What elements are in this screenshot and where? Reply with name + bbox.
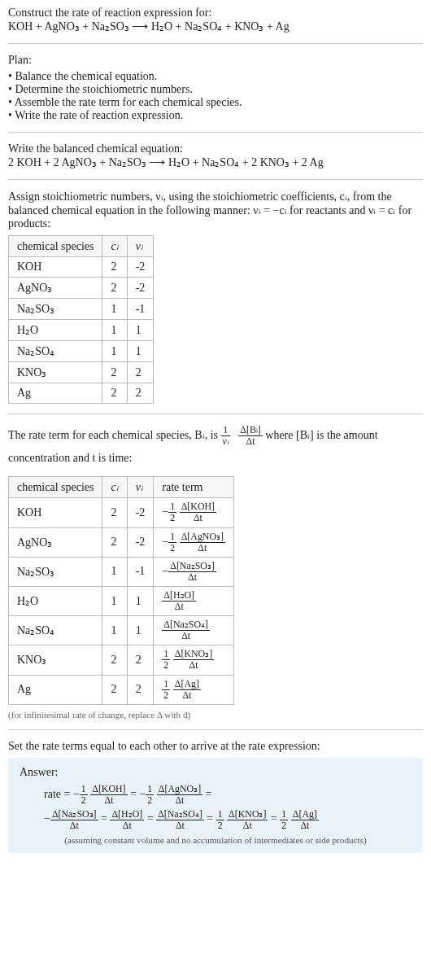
table-row: H₂O11 <box>9 320 154 341</box>
cell-species: Na₂SO₃ <box>9 299 102 320</box>
divider <box>8 132 423 133</box>
cell-ci: 1 <box>102 557 127 586</box>
cell-species: Na₂SO₄ <box>9 341 102 362</box>
cell-nui: 1 <box>127 586 154 615</box>
table-row: Ag22 <box>9 383 154 404</box>
answer-box: Answer: rate = −12 Δ[KOH]Δt = −12 Δ[AgNO… <box>8 758 423 854</box>
cell-species: H₂O <box>9 320 102 341</box>
cell-rateterm: Δ[Na₂SO₄]Δt <box>154 616 234 645</box>
rateterm-intro: The rate term for each chemical species,… <box>8 424 423 470</box>
table-row: Na₂SO₃1-1 <box>9 299 154 320</box>
stoich-table: chemical species cᵢ νᵢ KOH2-2AgNO₃2-2Na₂… <box>8 235 154 404</box>
cell-ci: 2 <box>102 645 127 675</box>
cell-nui: -2 <box>127 527 154 557</box>
table-row: KOH2-2−12 Δ[KOH]Δt <box>9 498 234 527</box>
cell-nui: 2 <box>127 362 154 383</box>
table-row: AgNO₃2-2 <box>9 278 154 299</box>
construct-header: Construct the rate of reaction expressio… <box>8 7 423 33</box>
cell-species: AgNO₃ <box>9 527 102 557</box>
construct-label: Construct the rate of reaction expressio… <box>8 7 423 20</box>
answer-note: (assuming constant volume and no accumul… <box>20 835 411 845</box>
cell-nui: 2 <box>127 383 154 404</box>
cell-ci: 1 <box>102 320 127 341</box>
cell-ci: 2 <box>102 383 127 404</box>
cell-species: KOH <box>9 257 102 278</box>
cell-ci: 2 <box>102 278 127 299</box>
cell-nui: 1 <box>127 616 154 645</box>
balanced-label: Write the balanced chemical equation: <box>8 142 423 155</box>
rate-expression: rate = −12 Δ[KOH]Δt = −12 Δ[AgNO₃]Δt =−Δ… <box>20 782 411 833</box>
cell-nui: -1 <box>127 299 154 320</box>
col-ci: cᵢ <box>102 477 127 498</box>
final-label: Set the rate terms equal to each other t… <box>8 740 423 753</box>
plan-item: Determine the stoichiometric numbers. <box>8 83 423 96</box>
cell-species: Ag <box>9 675 102 704</box>
divider <box>8 179 423 180</box>
cell-ci: 1 <box>102 586 127 615</box>
plan-section: Plan: Balance the chemical equation. Det… <box>8 54 423 122</box>
table-row: AgNO₃2-2−12 Δ[AgNO₃]Δt <box>9 527 234 557</box>
cell-rateterm: −Δ[Na₂SO₃]Δt <box>154 557 234 586</box>
cell-ci: 1 <box>102 341 127 362</box>
cell-species: KNO₃ <box>9 645 102 675</box>
plan-label: Plan: <box>8 54 423 67</box>
cell-ci: 1 <box>102 299 127 320</box>
cell-nui: 2 <box>127 675 154 704</box>
cell-nui: 1 <box>127 320 154 341</box>
table-row: KNO₃22 <box>9 362 154 383</box>
answer-label: Answer: <box>20 766 411 779</box>
cell-rateterm: −12 Δ[AgNO₃]Δt <box>154 527 234 557</box>
cell-species: H₂O <box>9 586 102 615</box>
cell-species: Ag <box>9 383 102 404</box>
cell-ci: 2 <box>102 675 127 704</box>
cell-nui: -2 <box>127 278 154 299</box>
cell-species: AgNO₃ <box>9 278 102 299</box>
col-species: chemical species <box>9 477 102 498</box>
rateterm-table: chemical species cᵢ νᵢ rate term KOH2-2−… <box>8 476 234 704</box>
cell-species: Na₂SO₄ <box>9 616 102 645</box>
cell-rateterm: Δ[H₂O]Δt <box>154 586 234 615</box>
cell-nui: 1 <box>127 341 154 362</box>
col-species: chemical species <box>9 236 102 257</box>
unbalanced-equation: KOH + AgNO₃ + Na₂SO₃ ⟶ H₂O + Na₂SO₄ + KN… <box>8 20 423 33</box>
cell-ci: 1 <box>102 616 127 645</box>
cell-species: Na₂SO₃ <box>9 557 102 586</box>
cell-species: KOH <box>9 498 102 527</box>
col-rateterm: rate term <box>154 477 234 498</box>
plan-list: Balance the chemical equation. Determine… <box>8 70 423 122</box>
divider <box>8 413 423 414</box>
cell-rateterm: 12 Δ[KNO₃]Δt <box>154 645 234 675</box>
cell-rateterm: −12 Δ[KOH]Δt <box>154 498 234 527</box>
cell-nui: -1 <box>127 557 154 586</box>
table-row: H₂O11Δ[H₂O]Δt <box>9 586 234 615</box>
table-row: KNO₃2212 Δ[KNO₃]Δt <box>9 645 234 675</box>
cell-species: KNO₃ <box>9 362 102 383</box>
balanced-equation: 2 KOH + 2 AgNO₃ + Na₂SO₃ ⟶ H₂O + Na₂SO₄ … <box>8 155 423 169</box>
table-row: KOH2-2 <box>9 257 154 278</box>
col-nui: νᵢ <box>127 236 154 257</box>
divider <box>8 729 423 730</box>
rateterm-note: (for infinitesimal rate of change, repla… <box>8 710 423 720</box>
table-row: Ag2212 Δ[Ag]Δt <box>9 675 234 704</box>
cell-nui: 2 <box>127 645 154 675</box>
balanced-section: Write the balanced chemical equation: 2 … <box>8 142 423 169</box>
cell-ci: 2 <box>102 498 127 527</box>
cell-ci: 2 <box>102 257 127 278</box>
delta-fraction: Δ[Bᵢ] Δt <box>238 425 263 447</box>
cell-nui: -2 <box>127 498 154 527</box>
table-row: Na₂SO₃1-1−Δ[Na₂SO₃]Δt <box>9 557 234 586</box>
cell-nui: -2 <box>127 257 154 278</box>
assign-text: Assign stoichiometric numbers, νᵢ, using… <box>8 190 423 230</box>
nu-fraction: 1 νᵢ <box>221 425 230 447</box>
final-section: Set the rate terms equal to each other t… <box>8 740 423 854</box>
table-header-row: chemical species cᵢ νᵢ <box>9 236 154 257</box>
divider <box>8 43 423 44</box>
assign-section: Assign stoichiometric numbers, νᵢ, using… <box>8 190 423 404</box>
rateterm-text-a: The rate term for each chemical species,… <box>8 429 221 441</box>
cell-ci: 2 <box>102 362 127 383</box>
cell-rateterm: 12 Δ[Ag]Δt <box>154 675 234 704</box>
table-header-row: chemical species cᵢ νᵢ rate term <box>9 477 234 498</box>
col-nui: νᵢ <box>127 477 154 498</box>
table-row: Na₂SO₄11Δ[Na₂SO₄]Δt <box>9 616 234 645</box>
table-row: Na₂SO₄11 <box>9 341 154 362</box>
